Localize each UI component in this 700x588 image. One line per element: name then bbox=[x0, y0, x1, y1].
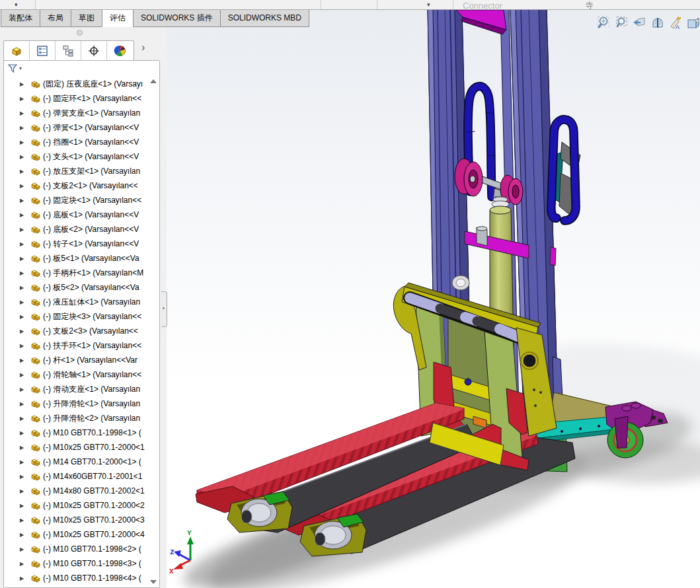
tree-item[interactable]: ▶ (-) M14 GBT70.1-2000<1> ( bbox=[4, 455, 159, 469]
apply-scene-icon[interactable] bbox=[686, 16, 700, 30]
propertymanager-tab[interactable] bbox=[30, 41, 56, 60]
expand-arrow-icon[interactable]: ▶ bbox=[20, 445, 26, 451]
expand-arrow-icon[interactable]: ▶ bbox=[20, 285, 26, 291]
expand-arrow-icon[interactable]: ▶ bbox=[20, 343, 26, 349]
tree-item[interactable]: ▶ (-) 固定环<1> (Varsayılan<< bbox=[4, 91, 159, 106]
tree-item[interactable]: ▶ (-) 板5<1> (Varsayılan<<Va bbox=[4, 251, 159, 266]
expand-arrow-icon[interactable]: ▶ bbox=[20, 183, 26, 189]
expand-arrow-icon[interactable]: ▶ bbox=[20, 459, 26, 465]
expand-arrow-icon[interactable]: ▶ bbox=[20, 299, 26, 305]
handle-loop-right-group[interactable] bbox=[550, 120, 580, 221]
expand-arrow-icon[interactable]: ▶ bbox=[20, 328, 26, 334]
toolbar-dropdown-caret[interactable]: ▾ bbox=[15, 0, 18, 9]
tree-item[interactable]: ▶ (-) M10 GBT70.1-1998<1> ( bbox=[4, 425, 159, 440]
command-tab-1[interactable]: 装配体 bbox=[1, 9, 40, 27]
tree-item[interactable]: ▶ (-) 升降滑轮<1> (Varsayılan bbox=[4, 396, 159, 411]
expand-arrow-icon[interactable]: ▶ bbox=[20, 546, 26, 552]
expand-arrow-icon[interactable]: ▶ bbox=[20, 488, 26, 494]
expand-arrow-icon[interactable]: ▶ bbox=[20, 357, 26, 363]
expand-arrow-icon[interactable]: ▶ bbox=[20, 416, 26, 422]
tree-item[interactable]: ▶ (-) 升降滑轮<2> (Varsayılan bbox=[4, 411, 159, 425]
expand-arrow-icon[interactable]: ▶ bbox=[20, 430, 26, 436]
tree-item[interactable]: ▶ (-) M10x25 GBT70.1-2000<2 bbox=[4, 498, 159, 513]
tree-item[interactable]: ▶ (-) 底板<1> (Varsayılan<<V bbox=[4, 207, 159, 222]
panel-expand-chevron[interactable]: › bbox=[141, 42, 145, 54]
tree-item[interactable]: ▶ (-) M14x60GBT70.1-2001<1 bbox=[4, 469, 159, 484]
expand-arrow-icon[interactable]: ▶ bbox=[20, 212, 26, 218]
expand-arrow-icon[interactable]: ▶ bbox=[20, 256, 26, 262]
expand-arrow-icon[interactable]: ▶ bbox=[20, 110, 26, 116]
expand-arrow-icon[interactable]: ▶ bbox=[20, 561, 26, 567]
displaymanager-tab[interactable] bbox=[107, 41, 133, 60]
expand-arrow-icon[interactable]: ▶ bbox=[20, 81, 26, 87]
tree-item[interactable]: ▶ (-) 固定块<1> (Varsayılan<< bbox=[4, 193, 159, 207]
expand-arrow-icon[interactable]: ▶ bbox=[20, 386, 26, 392]
tree-item[interactable]: ▶ (-) M10 GBT70.1-1998<2> ( bbox=[4, 542, 159, 556]
tree-item[interactable]: ▶ (-) 转子<1> (Varsayılan<<V bbox=[4, 237, 159, 251]
tree-item[interactable]: ▶ (-) 滑动支座<1> (Varsayılan bbox=[4, 382, 159, 396]
command-tab-2[interactable]: 布局 bbox=[40, 9, 71, 27]
featuremanager-tab[interactable] bbox=[4, 41, 30, 60]
carriage-pulley[interactable] bbox=[452, 276, 469, 290]
tree-scroll-up-button[interactable] bbox=[150, 79, 157, 83]
tree-item[interactable]: ▶ (-) 滑轮轴<1> (Varsayılan<< bbox=[4, 367, 159, 382]
filter-caret-icon[interactable]: ▾ bbox=[19, 65, 22, 71]
tree-item[interactable]: ▶ (-) 放压支架<1> (Varsayılan bbox=[4, 164, 159, 178]
tree-item[interactable]: ▶ (-) 杆<1> (Varsayılan<<Var bbox=[4, 353, 159, 367]
tree-item[interactable]: ▶ (-) 固定块<3> (Varsayılan<< bbox=[4, 309, 159, 324]
configurationmanager-tab[interactable] bbox=[56, 41, 81, 60]
tree-item[interactable]: ▶ (-) M10x25 GBT70.1-2000<3 bbox=[4, 513, 159, 527]
expand-arrow-icon[interactable]: ▶ bbox=[20, 168, 26, 174]
expand-arrow-icon[interactable]: ▶ bbox=[20, 503, 26, 509]
expand-arrow-icon[interactable]: ▶ bbox=[20, 227, 26, 233]
command-tab-5[interactable]: SOLIDWORKS 插件 bbox=[133, 9, 221, 27]
tree-item[interactable]: ▶ (-) M10 GBT70.1-1998<3> ( bbox=[4, 556, 159, 571]
graphics-viewport[interactable]: Y Z X A bbox=[167, 9, 700, 588]
zoom-to-fit-icon[interactable] bbox=[597, 16, 611, 30]
tree-item[interactable]: ▶ (-) 扶手环<1> (Varsayılan<< bbox=[4, 338, 159, 353]
expand-arrow-icon[interactable]: ▶ bbox=[20, 154, 26, 160]
command-tab-6[interactable]: SOLIDWORKS MBD bbox=[220, 9, 309, 27]
tree-item[interactable]: ▶ (-) 手柄杆<1> (Varsayılan<M bbox=[4, 266, 159, 280]
tree-item[interactable]: ▶ (-) 支板2<3> (Varsayılan<< bbox=[4, 324, 159, 338]
tree-item[interactable]: ▶ (-) 挡圈<1> (Varsayılan<<V bbox=[4, 135, 159, 149]
expand-arrow-icon[interactable]: ▶ bbox=[20, 198, 26, 203]
tree-item[interactable]: ▶ (-) 板5<2> (Varsayılan<<Va bbox=[4, 280, 159, 295]
zoom-to-area-icon[interactable] bbox=[615, 16, 629, 30]
previous-view-icon[interactable] bbox=[633, 16, 647, 30]
section-view-icon[interactable] bbox=[650, 16, 665, 30]
expand-arrow-icon[interactable]: ▶ bbox=[20, 241, 26, 247]
tree-item[interactable]: ▶ (-) 液压缸体<1> (Varsayılan bbox=[4, 295, 159, 309]
command-tab-3[interactable]: 草图 bbox=[71, 9, 102, 27]
panel-splitter-handle[interactable] bbox=[161, 291, 167, 327]
toolbar-dropdown-caret[interactable]: ▾ bbox=[427, 0, 430, 9]
expand-arrow-icon[interactable]: ▶ bbox=[20, 575, 26, 581]
tree-item[interactable]: ▶ (-) M10x25 GBT70.1-2000<1 bbox=[4, 440, 159, 455]
expand-arrow-icon[interactable]: ▶ bbox=[20, 139, 26, 145]
filter-funnel-icon[interactable] bbox=[7, 63, 18, 73]
expand-arrow-icon[interactable]: ▶ bbox=[20, 96, 26, 102]
expand-arrow-icon[interactable]: ▶ bbox=[20, 517, 26, 523]
tree-item[interactable]: ▶ (固定) 压夜底座<1> (Varsayı bbox=[4, 77, 159, 91]
tree-item[interactable]: ▶ (-) 支板2<1> (Varsayılan<< bbox=[4, 178, 159, 193]
expand-arrow-icon[interactable]: ▶ bbox=[20, 401, 26, 407]
tree-item[interactable]: ▶ (-) M14x80 GBT70.1-2002<1 bbox=[4, 484, 159, 498]
command-tab-4[interactable]: 评估 bbox=[102, 9, 134, 27]
expand-arrow-icon[interactable]: ▶ bbox=[20, 474, 26, 480]
tree-item[interactable]: ▶ (-) M10x25 GBT70.1-2000<4 bbox=[4, 527, 159, 542]
tree-item[interactable]: ▶ (-) 弹簧支座<1> (Varsayılan bbox=[4, 106, 159, 120]
reference-triad[interactable]: Y Z X bbox=[169, 529, 194, 575]
expand-arrow-icon[interactable]: ▶ bbox=[20, 270, 26, 276]
tree-item[interactable]: ▶ (-) 弹簧<1> (Varsayılan<<V bbox=[4, 120, 159, 135]
expand-arrow-icon[interactable]: ▶ bbox=[20, 314, 26, 320]
dimxpertmanager-tab[interactable] bbox=[81, 41, 107, 60]
tree-item[interactable]: ▶ (-) 支头<1> (Varsayılan<<V bbox=[4, 149, 159, 164]
expand-arrow-icon[interactable]: ▶ bbox=[20, 532, 26, 538]
edit-appearance-icon[interactable]: A bbox=[668, 16, 683, 30]
expand-arrow-icon[interactable]: ▶ bbox=[20, 125, 26, 131]
tree-scroll-down-button[interactable] bbox=[150, 580, 157, 584]
panel-drag-handle[interactable] bbox=[77, 30, 83, 36]
expand-arrow-icon[interactable]: ▶ bbox=[20, 372, 26, 378]
tree-item[interactable]: ▶ (-) 底板<2> (Varsayılan<<V bbox=[4, 222, 159, 237]
tree-item[interactable]: ▶ (-) M10 GBT70.1-1998<4> ( bbox=[4, 571, 159, 585]
